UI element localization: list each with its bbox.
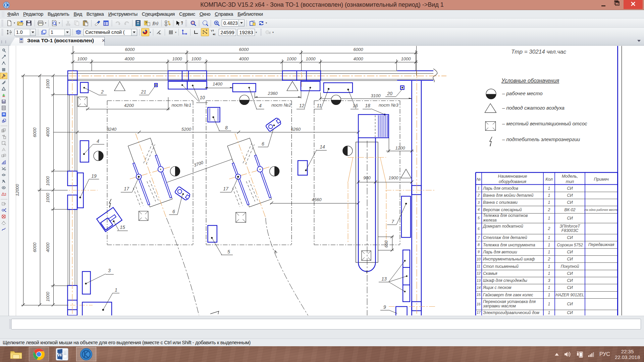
svg-text:– подвод сжатого воздуха: – подвод сжатого воздуха — [502, 105, 565, 111]
svg-text:19: 19 — [91, 173, 97, 179]
svg-text:3100: 3100 — [371, 93, 381, 98]
svg-text:Условные обозначения: Условные обозначения — [501, 78, 559, 83]
svg-text:Наименование: Наименование — [498, 174, 527, 179]
svg-text:Скамья: Скамья — [483, 271, 497, 276]
svg-text:СИ: СИ — [567, 216, 573, 221]
svg-text:Сорокин 5752: Сорокин 5752 — [557, 243, 583, 247]
svg-text:8: 8 — [225, 125, 228, 130]
svg-text:11: 11 — [317, 103, 322, 108]
svg-text:2: 2 — [165, 24, 167, 26]
svg-text:1: 1 — [548, 193, 550, 198]
svg-text:1000: 1000 — [77, 56, 88, 61]
svg-text:1900: 1900 — [389, 175, 399, 180]
svg-text:15: 15 — [477, 293, 481, 297]
svg-text:1200: 1200 — [395, 145, 406, 150]
svg-text:3240: 3240 — [107, 127, 117, 132]
svg-text:1: 1 — [548, 264, 550, 269]
svg-text:8: 8 — [478, 243, 480, 247]
svg-text:12: 12 — [299, 103, 305, 108]
svg-text:1: 1 — [548, 310, 550, 315]
svg-text:1000: 1000 — [45, 176, 50, 186]
svg-text:Ванна для мойки деталей: Ванна для мойки деталей — [483, 193, 534, 198]
svg-text:1400: 1400 — [213, 81, 223, 86]
svg-text:14: 14 — [320, 144, 325, 149]
svg-text:пост №2: пост №2 — [271, 103, 291, 108]
svg-text:4: 4 — [478, 207, 480, 212]
svg-text:Ларь для отходов: Ларь для отходов — [483, 186, 518, 191]
svg-text:1: 1 — [548, 293, 550, 297]
svg-text:1: 1 — [548, 250, 550, 254]
svg-text:1: 1 — [548, 186, 550, 191]
svg-text:Покупной: Покупной — [561, 264, 579, 269]
svg-text:пост №3: пост №3 — [379, 103, 398, 108]
svg-text:3: 3 — [548, 278, 550, 283]
svg-text:– местный вентиляционный отсос: – местный вентиляционный отсос — [502, 121, 587, 126]
svg-text:1: 1 — [548, 243, 550, 247]
svg-text:– подтебитель электроэнергии: – подтебитель электроэнергии — [502, 136, 580, 142]
svg-text:4000: 4000 — [45, 242, 50, 252]
svg-text:СИ: СИ — [567, 278, 573, 283]
svg-text:2: 2 — [101, 89, 104, 95]
svg-text:4000: 4000 — [239, 56, 249, 61]
svg-text:17: 17 — [477, 310, 481, 314]
svg-text:5: 5 — [227, 249, 230, 254]
svg-text:4000: 4000 — [125, 56, 135, 61]
svg-text:Инструментальный шкаф: Инструментальный шкаф — [483, 257, 535, 261]
svg-text:На одно рабочее место: На одно рабочее место — [584, 208, 618, 212]
svg-text:СИ: СИ — [567, 285, 573, 290]
svg-text:12000: 12000 — [15, 184, 20, 196]
svg-text:1: 1 — [548, 285, 550, 290]
svg-text:СИ: СИ — [567, 235, 573, 240]
svg-text:10: 10 — [200, 95, 205, 100]
svg-text:6: 6 — [172, 209, 175, 214]
svg-text:Стеллаж для деталей: Стеллаж для деталей — [483, 235, 527, 240]
svg-text:7: 7 — [391, 219, 394, 224]
svg-text:1: 1 — [165, 21, 167, 23]
svg-text:Верстак слесарный: Верстак слесарный — [483, 207, 522, 212]
svg-text:Модель,: Модель, — [562, 174, 578, 179]
svg-text:12: 12 — [477, 271, 481, 275]
svg-text:16: 16 — [353, 103, 358, 108]
svg-text:3: 3 — [478, 200, 480, 204]
svg-text:– рабочее место: – рабочее место — [502, 90, 543, 96]
svg-text:3700: 3700 — [193, 160, 204, 168]
svg-text:9: 9 — [478, 250, 480, 254]
svg-text:Электрогидравлический дом: Электрогидравлический дом — [483, 310, 540, 315]
svg-text:17: 17 — [223, 186, 229, 191]
svg-text:заправки маслом: заправки маслом — [483, 304, 516, 308]
svg-text:4: 4 — [97, 138, 99, 144]
svg-text:14: 14 — [477, 286, 481, 290]
svg-text:2360: 2360 — [268, 91, 278, 96]
svg-text:1: 1 — [548, 271, 550, 276]
svg-text:СИ: СИ — [567, 271, 573, 276]
svg-text:6: 6 — [478, 227, 480, 231]
svg-text:2: 2 — [548, 226, 550, 231]
svg-text:1000: 1000 — [172, 56, 182, 61]
svg-text:6000: 6000 — [125, 47, 135, 52]
svg-text:1000: 1000 — [45, 193, 50, 203]
svg-text:пост №1: пост №1 — [171, 103, 191, 108]
svg-text:Переносная установка для: Переносная установка для — [483, 299, 536, 304]
svg-text:20: 20 — [387, 91, 392, 96]
svg-text:x: x — [214, 33, 216, 36]
svg-text:16: 16 — [477, 302, 481, 306]
svg-text:ЗПInforceT: ЗПInforceT — [559, 224, 581, 229]
svg-text:Тележка для инструмента: Тележка для инструмента — [483, 243, 535, 247]
svg-text:1000: 1000 — [401, 56, 411, 61]
svg-text:2: 2 — [548, 207, 550, 212]
svg-text:660: 660 — [384, 240, 389, 247]
svg-text:?: ? — [145, 21, 147, 25]
svg-text:6000: 6000 — [32, 127, 37, 137]
svg-text:Шкаф для спецодежды: Шкаф для спецодежды — [483, 278, 527, 283]
svg-text:СИ: СИ — [567, 302, 573, 306]
svg-text:№: № — [477, 177, 481, 182]
svg-text:5: 5 — [478, 216, 480, 220]
svg-text:2: 2 — [477, 193, 480, 197]
svg-text:1000: 1000 — [287, 56, 297, 61]
svg-text:9: 9 — [383, 304, 386, 310]
svg-text:11: 11 — [477, 264, 481, 268]
svg-text:4200: 4200 — [124, 103, 134, 108]
svg-text:ВК-02: ВК-02 — [565, 207, 576, 212]
svg-text:1: 1 — [478, 186, 480, 190]
svg-text:СИ: СИ — [567, 186, 573, 191]
